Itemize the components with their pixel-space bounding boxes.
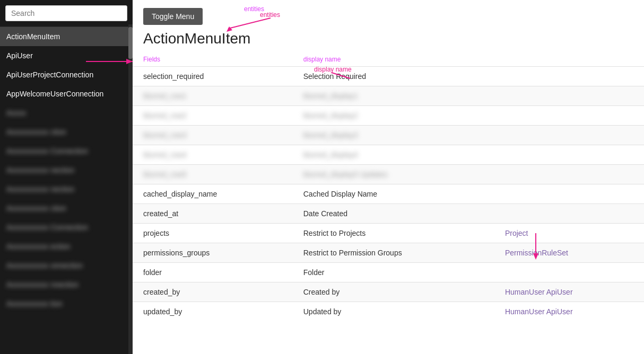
sidebar-item-ApiUserItem[interactable]: ApiUser <box>0 46 133 65</box>
links-cell: PermissionRuleSet <box>494 243 644 263</box>
table-body: selection_requiredSelection Requiredblur… <box>133 67 644 322</box>
display-name-cell: blurred_display1 <box>293 86 494 106</box>
table-row: blurred_row4blurred_display4 <box>133 145 644 165</box>
table-row: created_byCreated byHumanUser ApiUser <box>133 282 644 302</box>
sidebar-item-blurred4[interactable]: Axxxxxxxxxx nection <box>0 161 133 180</box>
toggle-menu-button[interactable]: Toggle Menu <box>143 8 203 25</box>
col-fields-header: Fields <box>133 52 293 67</box>
field-cell: blurred_row5 <box>133 165 293 184</box>
display-name-cell: Date Created <box>293 204 494 224</box>
sidebar-item-blurred5[interactable]: Axxxxxxxxxx nection <box>0 180 133 199</box>
field-cell: updated_by <box>133 302 293 322</box>
links-cell <box>494 184 644 204</box>
sidebar-item-blurred10[interactable]: Axxxxxxxxxx nnection <box>0 275 133 294</box>
table-row: blurred_row3blurred_display3 <box>133 126 644 145</box>
field-cell: permissions_groups <box>133 243 293 263</box>
search-input[interactable] <box>5 5 127 21</box>
table-row: blurred_row1blurred_display1 <box>133 86 644 106</box>
sidebar-item-ActionMenuItemItem[interactable]: ActionMenuItem <box>0 27 133 46</box>
entity-link-humanuser[interactable]: HumanUser <box>505 307 545 316</box>
field-cell: folder <box>133 263 293 282</box>
sidebar-scrollbar[interactable] <box>128 24 133 354</box>
sidebar-item-blurred8[interactable]: Axxxxxxxxxx ection <box>0 237 133 256</box>
display-name-cell: Updated by <box>293 302 494 322</box>
table-row: permissions_groupsRestrict to Permission… <box>133 243 644 263</box>
field-cell: blurred_row4 <box>133 145 293 165</box>
links-cell <box>494 165 644 184</box>
sidebar-item-blurred3[interactable]: Axxxxxxxxxx Connection <box>0 141 133 161</box>
table-row: blurred_row2blurred_display2 <box>133 106 644 126</box>
col-display-name-header: display name <box>293 52 494 67</box>
entity-link-apiuser[interactable]: ApiUser <box>546 307 573 316</box>
links-cell <box>494 145 644 165</box>
display-name-cell: blurred_display4 <box>293 145 494 165</box>
field-cell: cached_display_name <box>133 184 293 204</box>
display-name-cell: Folder <box>293 263 494 282</box>
field-cell: created_at <box>133 204 293 224</box>
sidebar-item-blurred7[interactable]: Axxxxxxxxxx Connection <box>0 218 133 237</box>
field-cell: blurred_row2 <box>133 106 293 126</box>
table-row: folderFolder <box>133 263 644 282</box>
field-cell: blurred_row1 <box>133 86 293 106</box>
links-cell <box>494 263 644 282</box>
sidebar-item-blurred9[interactable]: Axxxxxxxxxx onnection <box>0 256 133 275</box>
sidebar-item-blurred1[interactable]: Axxxx <box>0 103 133 122</box>
sidebar-item-blurred2[interactable]: Axxxxxxxxxx ction <box>0 122 133 141</box>
sidebar: ActionMenuItemApiUserApiUserProjectConne… <box>0 0 133 354</box>
links-cell <box>494 86 644 106</box>
sidebar-item-blurred6[interactable]: Axxxxxxxxxx ction <box>0 199 133 218</box>
field-cell: selection_required <box>133 67 293 86</box>
display-name-cell: blurred_display3 <box>293 126 494 145</box>
links-cell: HumanUser ApiUser <box>494 282 644 302</box>
sidebar-item-ApiUserProjectConnectionItem[interactable]: ApiUserProjectConnection <box>0 65 133 84</box>
main-content: entities Toggle Menu ActionMenuItem Fiel… <box>133 0 644 354</box>
table-row: created_atDate Created <box>133 204 644 224</box>
sidebar-item-AppWelcomeUserConnectionItem[interactable]: AppWelcomeUserConnection <box>0 84 133 103</box>
entities-annotation: entities <box>244 5 264 13</box>
links-cell <box>494 126 644 145</box>
display-name-cell: Created by <box>293 282 494 302</box>
table-row: selection_requiredSelection Required <box>133 67 644 86</box>
table-row: blurred_row5blurred_display5 Updates <box>133 165 644 184</box>
table-row: projectsRestrict to ProjectsProject <box>133 224 644 243</box>
entity-link-apiuser[interactable]: ApiUser <box>546 288 573 296</box>
search-box <box>0 0 133 27</box>
links-cell <box>494 67 644 86</box>
links-cell: HumanUser ApiUser <box>494 302 644 322</box>
sidebar-list: ActionMenuItemApiUserApiUserProjectConne… <box>0 27 133 354</box>
main-header: entities Toggle Menu ActionMenuItem <box>133 0 644 52</box>
page-title: ActionMenuItem <box>143 30 633 47</box>
col-links-header <box>494 52 644 67</box>
field-cell: blurred_row3 <box>133 126 293 145</box>
display-name-cell: blurred_display5 Updates <box>293 165 494 184</box>
display-name-cell: Restrict to Permission Groups <box>293 243 494 263</box>
display-name-cell: Selection Required <box>293 67 494 86</box>
table-row: cached_display_nameCached Display Name <box>133 184 644 204</box>
entity-link-humanuser[interactable]: HumanUser <box>505 288 545 296</box>
links-cell <box>494 204 644 224</box>
display-name-cell: blurred_display2 <box>293 106 494 126</box>
table-row: updated_byUpdated byHumanUser ApiUser <box>133 302 644 322</box>
display-name-cell: Cached Display Name <box>293 184 494 204</box>
fields-table: Fields display name selection_requiredSe… <box>133 52 644 321</box>
display-name-cell: Restrict to Projects <box>293 224 494 243</box>
sidebar-item-blurred11[interactable]: Axxxxxxxxxx tion <box>0 294 133 313</box>
entity-link-project[interactable]: Project <box>505 229 528 237</box>
entity-link-permissionruleset[interactable]: PermissionRuleSet <box>505 249 568 257</box>
field-cell: projects <box>133 224 293 243</box>
links-cell <box>494 106 644 126</box>
links-cell: Project <box>494 224 644 243</box>
field-cell: created_by <box>133 282 293 302</box>
